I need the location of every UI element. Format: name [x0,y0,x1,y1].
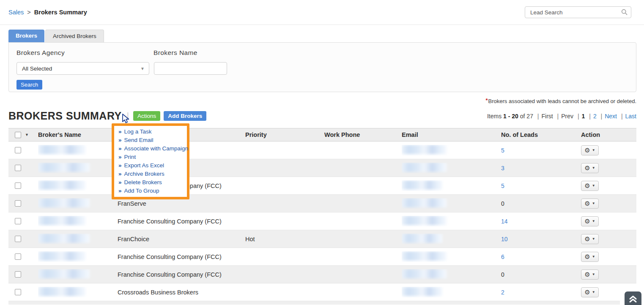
pagination-last[interactable]: Last [625,113,636,120]
email-redacted [402,198,447,207]
actions-menu-item[interactable]: »Associate with Campaign [118,144,187,153]
filter-panel: Brokers Agency Brokers Name All Selected… [8,42,636,92]
tab-archived-brokers[interactable]: Archived Brokers [45,30,104,42]
lead-search-input[interactable] [525,6,631,18]
broker-name-redacted [38,269,90,278]
actions-menu-item[interactable]: »Delete Brokers [118,178,187,187]
chevron-down-icon: ▼ [140,66,145,71]
brokers-name-label: Brokers Name [153,49,197,57]
column-header-brokers-name[interactable]: Broker's Name [38,131,118,138]
actions-menu-item[interactable]: »Log a Task [118,128,187,136]
leads-count-link[interactable]: 6 [501,253,504,260]
search-button[interactable]: Search [16,80,42,90]
menu-item-label: Associate with Campaign [124,145,189,152]
select-menu-caret-icon[interactable]: ▼ [25,133,29,137]
leads-count-link[interactable]: 14 [501,218,508,225]
leads-count-link[interactable]: 2 [501,289,504,296]
brokers-table: ▼ Broker's Name Priority Work Phone Emai… [8,128,636,305]
pagination-first[interactable]: First [541,113,553,120]
pagination-prev[interactable]: Prev [561,113,573,120]
row-actions-gear-button[interactable]: ⚙ ▼ [581,270,599,280]
row-actions-gear-button[interactable]: ⚙ ▼ [581,287,599,297]
select-all-checkbox[interactable] [15,132,21,138]
row-actions-gear-button[interactable]: ⚙ ▼ [581,145,599,155]
gear-icon: ⚙ [584,271,590,278]
email-redacted [402,180,442,190]
column-header-action: Action [581,131,637,138]
column-header-work-phone[interactable]: Work Phone [324,131,402,138]
row-checkbox[interactable] [15,236,21,242]
column-header-no-of-leads[interactable]: No. of Leads [501,131,581,138]
actions-menu-item[interactable]: »Export As Excel [118,161,187,170]
row-checkbox[interactable] [15,271,21,278]
actions-menu-item[interactable]: »Add To Group [118,187,187,195]
leads-count-link[interactable]: 3 [501,165,504,172]
pagination-separator: | [621,113,623,120]
brokers-agency-select[interactable]: All Selected ▼ [16,62,149,75]
leads-count-link[interactable]: 5 [501,182,504,189]
priority-value: Hot [245,236,255,242]
page-title: BROKERS SUMMARY [8,110,122,122]
agency-name: Franchise Consulting Company (FCC) [118,253,222,260]
email-redacted [402,269,447,278]
pagination-page-1[interactable]: 1 [582,113,585,120]
menu-item-label: Print [124,154,136,160]
row-checkbox[interactable] [15,147,21,153]
row-actions-gear-button[interactable]: ⚙ ▼ [581,181,599,191]
row-checkbox[interactable] [15,165,21,171]
footnote-text: Brokers associated with leads cannot be … [488,98,636,104]
actions-menu-item[interactable]: »Archive Brokers [118,170,187,178]
search-icon[interactable] [621,9,628,17]
actions-menu-item[interactable]: »Print [118,153,187,161]
gear-icon: ⚙ [584,236,590,242]
scroll-to-top-button[interactable] [625,291,641,305]
broker-name-redacted [38,163,90,172]
pagination: Items 1 - 20 of 27 |First |Prev |1 |2 |N… [487,113,636,120]
column-header-priority[interactable]: Priority [245,131,324,138]
pagination-range: 1 - 20 [503,113,518,120]
agency-name: Franchise Consulting Company (FCC) [118,271,222,278]
tab-brokers[interactable]: Brokers [8,30,44,42]
broker-name-redacted [38,251,85,261]
menu-item-label: Delete Brokers [124,179,162,185]
row-actions-gear-button[interactable]: ⚙ ▼ [581,252,599,262]
add-brokers-button[interactable]: Add Brokers [164,111,206,121]
double-arrow-icon: » [118,179,122,185]
chevron-down-icon: ▼ [592,166,595,170]
double-arrow-icon: » [118,137,122,143]
pagination-page-2[interactable]: 2 [593,113,597,120]
required-asterisk: * [485,97,488,103]
row-checkbox[interactable] [15,289,21,295]
pagination-next[interactable]: Next [605,113,617,120]
page-breadcrumb-current: Brokers Summary [34,9,87,16]
leads-count-link[interactable]: 10 [501,236,508,242]
broker-name-redacted [38,180,85,190]
table-row: FranServe 0 ⚙ ▼ [8,195,636,212]
brokers-name-input[interactable] [154,62,227,75]
menu-item-label: Send Email [124,137,153,143]
agency-name: Crossroads Business Brokers [118,289,198,296]
row-actions-gear-button[interactable]: ⚙ ▼ [581,216,599,226]
table-header-row: ▼ Broker's Name Priority Work Phone Emai… [8,128,636,142]
row-checkbox[interactable] [15,182,21,189]
menu-item-label: Archive Brokers [124,171,164,177]
row-checkbox[interactable] [15,253,21,260]
gear-icon: ⚙ [584,289,590,295]
row-actions-gear-button[interactable]: ⚙ ▼ [581,163,599,173]
leads-count-link[interactable]: 5 [501,147,504,154]
chevron-down-icon: ▼ [592,184,595,188]
broker-name-redacted [38,287,85,296]
row-checkbox[interactable] [15,200,21,207]
actions-menu-item[interactable]: »Send Email [118,136,187,144]
chevron-down-icon: ▼ [592,202,595,205]
menu-item-label: Export As Excel [124,162,164,169]
column-header-email[interactable]: Email [402,131,501,138]
row-checkbox[interactable] [15,218,21,224]
actions-button[interactable]: Actions [133,111,160,121]
row-actions-gear-button[interactable]: ⚙ ▼ [581,234,599,244]
row-actions-gear-button[interactable]: ⚙ ▼ [581,199,599,209]
leads-count-value: 0 [501,271,504,278]
actions-dropdown-menu: »Log a Task»Send Email»Associate with Ca… [112,123,189,199]
breadcrumb-sales-link[interactable]: Sales [8,9,24,16]
table-row: 3 ⚙ ▼ [8,159,636,177]
